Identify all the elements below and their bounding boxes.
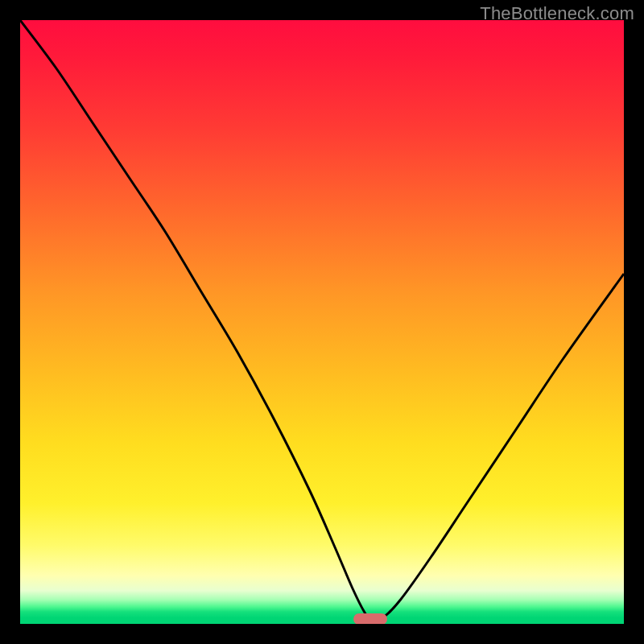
- watermark-text: TheBottleneck.com: [480, 3, 634, 24]
- plot-area: [20, 20, 624, 624]
- optimum-marker: [353, 613, 387, 624]
- curve-layer: [20, 20, 624, 624]
- bottleneck-curve-path: [20, 20, 624, 620]
- chart-frame: TheBottleneck.com: [0, 0, 644, 644]
